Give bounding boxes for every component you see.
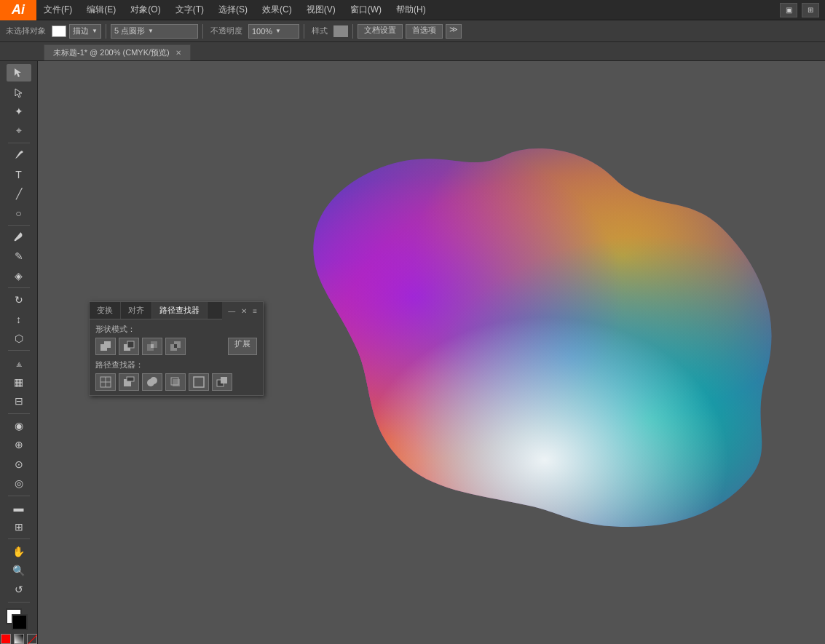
crop-btn[interactable] bbox=[165, 373, 186, 391]
selection-tool-btn[interactable] bbox=[7, 64, 31, 82]
live-paint-btn[interactable]: ▦ bbox=[7, 373, 31, 391]
path-finder-buttons bbox=[95, 373, 257, 391]
perspective-btn[interactable]: ⊟ bbox=[7, 392, 31, 410]
tool-separator1 bbox=[8, 143, 30, 143]
pathfinder-tab[interactable]: 路径查找器 bbox=[152, 302, 208, 319]
blend-btn[interactable]: ◎ bbox=[7, 474, 31, 492]
blob-svg bbox=[256, 134, 781, 541]
panel-body: 形状模式： bbox=[90, 319, 263, 395]
tab-bar: 未标题-1* @ 200% (CMYK/预览) ✕ bbox=[0, 42, 825, 61]
svg-rect-21 bbox=[221, 377, 227, 383]
paintbrush-btn[interactable] bbox=[7, 228, 31, 246]
svg-rect-6 bbox=[151, 344, 154, 348]
pathfinder-panel: 变换 对齐 路径查找器 — ✕ ≡ 形状模式： bbox=[89, 301, 264, 396]
rotate-view-btn[interactable]: ↺ bbox=[7, 581, 31, 598]
menu-view[interactable]: 视图(V) bbox=[299, 0, 343, 20]
none-btn[interactable] bbox=[27, 634, 37, 644]
divide-btn[interactable] bbox=[95, 373, 116, 391]
stroke-box bbox=[12, 614, 28, 630]
workspace-switcher[interactable]: ▣ bbox=[780, 3, 797, 17]
lasso-btn[interactable]: ⌖ bbox=[7, 122, 31, 139]
line-tool-btn[interactable]: ╱ bbox=[7, 185, 31, 202]
shaper-btn[interactable]: ⬡ bbox=[7, 330, 31, 347]
shape-modes-label: 形状模式： bbox=[95, 324, 257, 335]
direct-select-btn[interactable] bbox=[7, 83, 31, 100]
opacity-dropdown[interactable]: 100% ▼ bbox=[248, 24, 299, 39]
fill-stroke-widget[interactable] bbox=[6, 608, 32, 631]
panel-close-btn[interactable]: ✕ bbox=[238, 306, 250, 317]
eraser-btn[interactable]: ◈ bbox=[7, 267, 31, 285]
options-bar: 未选择对象 描边 ▼ 5 点圆形 ▼ 不透明度 100% ▼ 样式 文档设置 首… bbox=[0, 20, 825, 42]
color-btn[interactable] bbox=[1, 634, 11, 644]
merge-btn[interactable] bbox=[142, 373, 162, 391]
minus-back-btn[interactable] bbox=[212, 373, 232, 391]
brush-dropdown[interactable]: 5 点圆形 ▼ bbox=[111, 24, 198, 39]
exclude-btn[interactable] bbox=[165, 338, 186, 355]
gradient-btn[interactable]: ⊕ bbox=[7, 436, 31, 453]
hand-btn[interactable]: ✋ bbox=[7, 542, 31, 560]
preferences-btn[interactable]: 首选项 bbox=[406, 24, 443, 39]
svg-rect-3 bbox=[127, 341, 134, 348]
tool-separator2 bbox=[8, 225, 30, 226]
panel-minimize-btn[interactable]: — bbox=[225, 306, 238, 317]
svg-rect-19 bbox=[194, 377, 204, 387]
stroke-dropdown[interactable]: 描边 ▼ bbox=[69, 24, 101, 39]
shape-builder-btn[interactable]: ⟁ bbox=[7, 354, 31, 371]
shape-mode-buttons: 扩展 bbox=[95, 338, 257, 355]
path-finder-label: 路径查找器： bbox=[95, 359, 257, 370]
eyedropper-btn[interactable]: ⊙ bbox=[7, 456, 31, 473]
artboard-btn[interactable]: ⊞ bbox=[7, 518, 31, 536]
scale-btn[interactable]: ↕ bbox=[7, 310, 31, 327]
svg-rect-14 bbox=[127, 377, 134, 381]
ellipse-tool-btn[interactable]: ○ bbox=[7, 204, 31, 221]
gradient-btn2[interactable] bbox=[14, 634, 24, 644]
arrange-btn[interactable]: ⊞ bbox=[802, 3, 819, 17]
menu-text[interactable]: 文字(T) bbox=[168, 0, 211, 20]
separator2 bbox=[202, 24, 203, 39]
tool-separator8 bbox=[8, 602, 30, 603]
tool-separator7 bbox=[8, 538, 30, 539]
transform-tab[interactable]: 变换 bbox=[90, 302, 121, 319]
svg-point-16 bbox=[150, 377, 157, 384]
type-tool-btn[interactable]: T bbox=[7, 165, 31, 183]
fill-swatch[interactable] bbox=[52, 25, 66, 37]
magic-wand-btn[interactable]: ✦ bbox=[7, 103, 31, 120]
menu-file[interactable]: 文件(F) bbox=[36, 0, 79, 20]
pencil-btn[interactable]: ✎ bbox=[7, 247, 31, 265]
align-tab[interactable]: 对齐 bbox=[121, 302, 152, 319]
left-toolbar: ✦ ⌖ T ╱ ○ ✎ ◈ ↻ ↕ ⬡ ⟁ ▦ ⊟ ◉ ⊕ ⊙ ◎ ▬ ⊞ ✋ … bbox=[0, 61, 38, 644]
chart-btn[interactable]: ▬ bbox=[7, 498, 31, 516]
canvas-area[interactable]: 变换 对齐 路径查找器 — ✕ ≡ 形状模式： bbox=[38, 61, 825, 644]
unite-btn[interactable] bbox=[95, 338, 116, 355]
menu-right-controls: ▣ ⊞ bbox=[780, 3, 825, 17]
pen-tool-btn[interactable] bbox=[7, 146, 31, 164]
zoom-btn[interactable]: 🔍 bbox=[7, 562, 31, 579]
intersect-btn[interactable] bbox=[142, 338, 162, 355]
svg-rect-18 bbox=[173, 379, 180, 386]
mesh-btn[interactable]: ◉ bbox=[7, 417, 31, 434]
minus-front-btn[interactable] bbox=[119, 338, 139, 355]
color-mode-btns bbox=[1, 634, 37, 644]
outline-btn[interactable] bbox=[189, 373, 209, 391]
expand-btn[interactable]: 扩展 bbox=[228, 338, 257, 355]
menu-edit[interactable]: 编辑(E) bbox=[79, 0, 123, 20]
doc-settings-btn[interactable]: 文档设置 bbox=[358, 24, 403, 39]
extra-btn[interactable]: ≫ bbox=[446, 24, 462, 39]
document-tab[interactable]: 未标题-1* @ 200% (CMYK/预览) ✕ bbox=[44, 44, 191, 60]
menu-window[interactable]: 窗口(W) bbox=[343, 0, 389, 20]
tool-separator4 bbox=[8, 350, 30, 351]
tab-close-icon[interactable]: ✕ bbox=[175, 49, 181, 57]
separator3 bbox=[304, 24, 304, 39]
style-swatch[interactable] bbox=[333, 25, 348, 37]
opacity-label: 不透明度 bbox=[208, 25, 245, 36]
rotate-btn[interactable]: ↻ bbox=[7, 291, 31, 309]
panel-header: 变换 对齐 路径查找器 — ✕ ≡ bbox=[90, 302, 263, 319]
menu-select[interactable]: 选择(S) bbox=[211, 0, 255, 20]
tool-separator6 bbox=[8, 496, 30, 496]
menu-help[interactable]: 帮助(H) bbox=[389, 0, 433, 20]
tab-label: 未标题-1* @ 200% (CMYK/预览) bbox=[53, 47, 170, 58]
svg-rect-1 bbox=[104, 341, 111, 348]
trim-btn[interactable] bbox=[119, 373, 139, 391]
menu-object[interactable]: 对象(O) bbox=[123, 0, 167, 20]
menu-effect[interactable]: 效果(C) bbox=[255, 0, 299, 20]
